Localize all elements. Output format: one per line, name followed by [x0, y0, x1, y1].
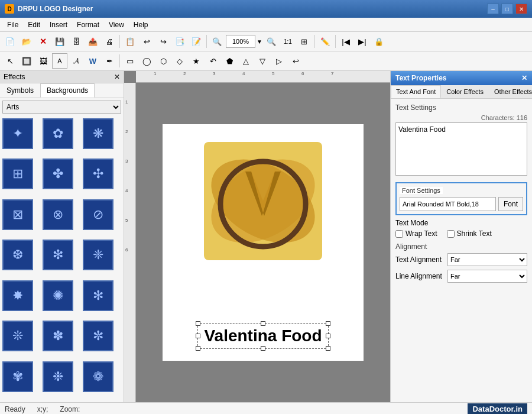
effect-item[interactable]: ✽ — [43, 321, 73, 351]
wordart-tool[interactable]: 𝓐 — [69, 53, 84, 69]
effect-item[interactable]: ❊ — [2, 321, 33, 351]
redo-button[interactable]: ↪ — [155, 34, 171, 49]
arc-tool[interactable]: ↶ — [205, 53, 220, 69]
minimize-button[interactable]: – — [487, 4, 499, 14]
zoom-in-button[interactable]: 🔍 — [264, 34, 279, 49]
effect-item[interactable]: ✺ — [43, 280, 73, 311]
triangle-up-tool[interactable]: △ — [238, 53, 254, 69]
handle-br[interactable] — [326, 346, 330, 351]
zoom-dropdown-icon[interactable]: ▼ — [257, 38, 262, 45]
menu-file[interactable]: File — [2, 20, 23, 30]
export-button[interactable]: 📤 — [85, 34, 100, 49]
save-button[interactable]: 💾 — [52, 34, 67, 49]
effect-item[interactable]: ⊞ — [2, 159, 33, 189]
effect-item[interactable]: ✤ — [43, 159, 73, 189]
print-button[interactable]: 🖨 — [102, 34, 117, 49]
copy-button[interactable]: 📋 — [122, 34, 138, 49]
effect-item[interactable]: ✼ — [83, 321, 113, 351]
ellipse-tool[interactable]: ◯ — [139, 53, 154, 69]
effect-item[interactable]: ❋ — [83, 118, 113, 149]
word-tool[interactable]: W — [85, 53, 100, 69]
effect-item[interactable]: ✸ — [2, 280, 33, 311]
wrap-text-checkbox[interactable] — [395, 230, 403, 238]
handle-tr[interactable] — [326, 321, 330, 326]
text-tool[interactable]: A — [52, 53, 67, 69]
menu-edit[interactable]: Edit — [23, 20, 45, 30]
effect-item[interactable]: ❉ — [43, 361, 73, 392]
status-brand: DataDoctor.in — [468, 403, 527, 414]
new-button[interactable]: 📄 — [2, 34, 18, 49]
maximize-button[interactable]: □ — [501, 4, 513, 14]
shrink-text-item: Shrink Text — [447, 229, 492, 238]
undo-button[interactable]: ↩ — [139, 34, 154, 49]
rect-tool[interactable]: ▭ — [122, 53, 138, 69]
star-tool[interactable]: ★ — [189, 53, 204, 69]
tab-text-and-font[interactable]: Text And Font — [391, 85, 441, 98]
bg-tool[interactable]: 🔲 — [19, 53, 34, 69]
handle-ml[interactable] — [196, 334, 200, 338]
edit-button[interactable]: 📝 — [189, 34, 204, 49]
menu-format[interactable]: Format — [72, 20, 104, 30]
handle-mr[interactable] — [326, 334, 330, 338]
shield-tool[interactable]: ⬟ — [222, 53, 237, 69]
effect-item[interactable]: ❇ — [43, 240, 73, 270]
window-controls[interactable]: – □ ✕ — [487, 4, 527, 14]
effect-item[interactable]: ❈ — [83, 240, 113, 270]
align-right-button[interactable]: ▶| — [355, 34, 370, 49]
shrink-text-label: Shrink Text — [457, 229, 492, 238]
effect-item[interactable]: ❁ — [83, 361, 113, 392]
draw-tool[interactable]: ✒ — [102, 53, 117, 69]
arrow-right-tool[interactable]: ▷ — [271, 53, 287, 69]
paste-button[interactable]: 📑 — [172, 34, 187, 49]
align-left-button[interactable]: |◀ — [338, 34, 353, 49]
effect-item[interactable]: ✿ — [43, 118, 73, 149]
tab-backgrounds[interactable]: Backgrounds — [40, 83, 95, 98]
arrow-back-tool[interactable]: ↩ — [288, 53, 303, 69]
effect-item[interactable]: ⊗ — [43, 199, 73, 230]
hexagon-tool[interactable]: ⬡ — [155, 53, 171, 69]
font-button[interactable]: Font — [498, 197, 523, 211]
open-button[interactable]: 📂 — [19, 34, 34, 49]
diamond-tool[interactable]: ◇ — [172, 53, 187, 69]
handle-tl[interactable] — [196, 321, 200, 326]
grid-button[interactable]: ⊞ — [297, 34, 312, 49]
font-name-input[interactable] — [400, 197, 496, 211]
sep4 — [335, 35, 336, 48]
lock-button[interactable]: 🔒 — [371, 34, 387, 49]
handle-tc[interactable] — [261, 321, 265, 326]
effects-close-icon[interactable]: ✕ — [114, 73, 120, 81]
effect-item[interactable]: ⊘ — [83, 199, 113, 230]
effect-item[interactable]: ✦ — [2, 118, 33, 149]
edit-tool-button[interactable]: ✏️ — [317, 34, 333, 49]
shrink-text-checkbox[interactable] — [447, 230, 455, 238]
effect-item[interactable]: ✻ — [83, 280, 113, 311]
tab-symbols[interactable]: Symbols — [0, 83, 40, 98]
text-mode-row: Wrap Text Shrink Text — [395, 229, 527, 238]
effects-category-select[interactable]: Arts Nature Business — [2, 101, 121, 114]
right-panel-close-icon[interactable]: ✕ — [521, 74, 527, 82]
close-button[interactable]: ✕ — [515, 4, 527, 14]
menu-insert[interactable]: Insert — [45, 20, 72, 30]
zoom-input[interactable] — [226, 35, 255, 48]
zoom-out-button[interactable]: 🔍 — [209, 34, 225, 49]
image-tool[interactable]: 🖼 — [35, 53, 51, 69]
close-doc-button[interactable]: ✕ — [35, 34, 51, 49]
menu-help[interactable]: Help — [129, 20, 153, 30]
tab-other-effects[interactable]: Other Effects — [489, 85, 532, 98]
menu-view[interactable]: View — [104, 20, 129, 30]
select-tool[interactable]: ↖ — [2, 53, 18, 69]
handle-bc[interactable] — [261, 346, 265, 351]
handle-bl[interactable] — [196, 346, 200, 351]
effect-item[interactable]: ✾ — [2, 361, 33, 392]
triangle-down-tool[interactable]: ▽ — [255, 53, 270, 69]
line-alignment-select[interactable]: Near Center Far — [447, 270, 527, 283]
tab-color-effects[interactable]: Color Effects — [441, 85, 489, 98]
text-alignment-select[interactable]: Near Center Far — [447, 253, 527, 266]
effect-item[interactable]: ⊠ — [2, 199, 33, 230]
effect-item[interactable]: ❆ — [2, 240, 33, 270]
ratio-button[interactable]: 1:1 — [280, 34, 296, 49]
white-canvas: Valentina Food — [163, 124, 364, 361]
text-content-input[interactable] — [395, 122, 527, 176]
save-as-button[interactable]: 🗄 — [69, 34, 84, 49]
effect-item[interactable]: ✣ — [83, 159, 113, 189]
